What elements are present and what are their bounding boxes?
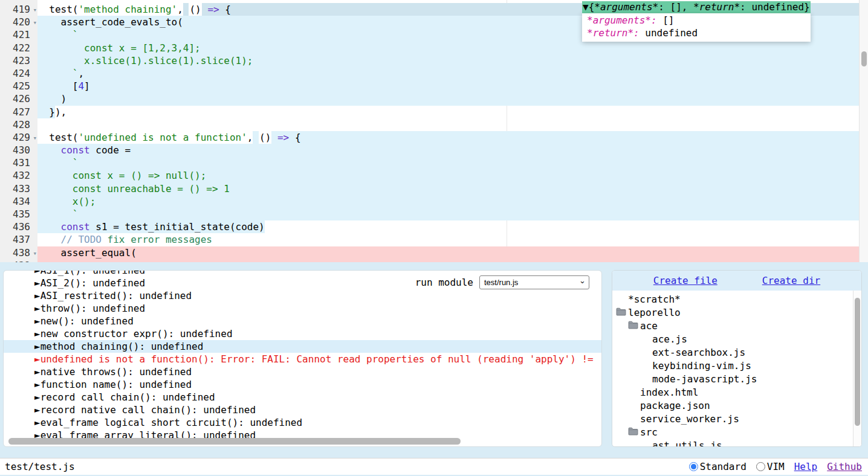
code-token: => <box>277 131 289 144</box>
scrollbar-thumb[interactable] <box>861 51 867 66</box>
tree-item[interactable]: index.html <box>612 386 861 399</box>
test-result-entry[interactable]: ►eval_frame logical short circuit(): und… <box>4 416 601 429</box>
code-token: test( <box>37 131 78 144</box>
gutter-line-number: 439 <box>13 259 30 262</box>
fold-toggle-icon[interactable]: ▾ <box>30 247 37 260</box>
tree-item[interactable]: service_worker.js <box>612 413 861 426</box>
code-line[interactable]: ` <box>37 208 868 220</box>
code-line[interactable]: x(); <box>37 195 868 208</box>
code-line[interactable]: `, <box>37 67 868 80</box>
fold-toggle-icon[interactable]: ▾ <box>30 16 37 29</box>
tree-item[interactable]: package.json <box>612 399 861 413</box>
code-line[interactable] <box>37 259 868 262</box>
code-line[interactable]: test('undefined is not a function', () =… <box>37 131 868 144</box>
tree-item-name: ext-searchbox.js <box>652 346 745 359</box>
call-site-marker[interactable]: () <box>259 131 271 144</box>
code-token: fix error messages <box>102 233 212 246</box>
gutter-line-number: 435 <box>13 208 30 220</box>
code-line[interactable]: x.slice(1).slice(1).slice(1); <box>37 54 868 67</box>
status-file-path: test/test.js <box>5 461 75 472</box>
gutter-line-number: 429 <box>13 131 30 144</box>
code-token: ` <box>73 156 79 169</box>
create-dir-link[interactable]: Create dir <box>762 275 820 286</box>
line-highlight: () => { <box>253 131 868 144</box>
code-token: { <box>219 3 231 16</box>
code-token: const unreachable = () => 1 <box>73 182 230 195</box>
code-token <box>37 42 84 54</box>
code-line[interactable]: }), <box>37 106 868 118</box>
run-module-label: run module <box>415 277 473 288</box>
tree-item[interactable]: *scratch* <box>612 293 861 306</box>
radio-button[interactable] <box>756 462 765 471</box>
call-site-marker[interactable]: () <box>189 3 201 16</box>
test-result-entry[interactable]: ►ASI_restrited(): undefined <box>4 289 601 302</box>
code-token: ] <box>84 80 90 92</box>
tooltip-row-label: *return*: <box>587 27 640 39</box>
tree-vertical-scrollbar[interactable] <box>853 291 861 446</box>
code-line[interactable]: ` <box>37 156 868 169</box>
test-result-entry[interactable]: ►method chaining(): undefined <box>4 340 601 353</box>
run-module-control: run module test/run.js ⌄ <box>415 275 589 289</box>
code-line[interactable]: const x = () => null(); <box>37 169 868 182</box>
test-result-entry[interactable]: ►new constructor expr(): undefined <box>4 327 601 340</box>
code-line[interactable]: [4] <box>37 80 868 92</box>
tree-item[interactable]: ast_utils.js <box>612 439 861 447</box>
gutter-line-number: 424 <box>13 67 30 80</box>
tree-item-name: index.html <box>640 386 698 399</box>
tree-item[interactable]: leporello <box>612 306 861 320</box>
create-file-link[interactable]: Create file <box>653 275 717 286</box>
code-line[interactable]: const s1 = test_initial_state(code) <box>37 220 868 233</box>
tree-item[interactable]: ace.js <box>612 333 861 346</box>
code-line[interactable]: assert_equal( <box>37 246 868 259</box>
scrollbar-thumb[interactable] <box>8 438 461 445</box>
code-token <box>37 182 73 195</box>
tree-item[interactable]: mode-javascript.js <box>612 373 861 386</box>
code-line[interactable]: const code = <box>37 144 868 156</box>
tree-item[interactable]: ace <box>612 320 861 333</box>
tooltip-header[interactable]: ▼{*arguments*: [], *return*: undefined} <box>582 1 811 13</box>
gutter-line-number: 427 <box>13 106 30 118</box>
code-line[interactable]: const unreachable = () => 1 <box>37 182 868 195</box>
test-result-entry[interactable]: ►throw(): undefined <box>4 302 601 315</box>
tooltip-header-text: : undefined} <box>740 1 810 13</box>
code-token: 'undefined is not a function' <box>78 131 247 144</box>
tree-item[interactable]: src <box>612 426 861 439</box>
code-token: , <box>247 131 253 144</box>
code-line[interactable]: ) <box>37 92 868 105</box>
scrollbar-thumb[interactable] <box>855 298 860 426</box>
gutter-line-number: 433 <box>13 182 30 195</box>
test-result-entry[interactable]: ►undefined is not a function(): Error: F… <box>4 353 601 365</box>
test-result-entry[interactable]: ►new(): undefined <box>4 315 601 327</box>
test-result-entry[interactable]: ►function name(): undefined <box>4 378 601 391</box>
tooltip-row-label: *arguments*: <box>587 14 657 26</box>
code-line[interactable]: const x = [1,2,3,4]; <box>37 42 868 54</box>
fold-toggle-icon[interactable]: ▾ <box>30 4 37 16</box>
code-token: test( <box>37 3 78 16</box>
file-tree: *scratch*leporelloaceace.jsext-searchbox… <box>612 291 861 447</box>
keybinding-radio-standard[interactable]: Standard <box>689 461 747 472</box>
radio-button[interactable] <box>689 462 698 471</box>
code-line[interactable]: // TODO fix error messages <box>37 233 868 246</box>
keybinding-radio-vim[interactable]: VIM <box>756 461 785 472</box>
tree-item[interactable]: keybinding-vim.js <box>612 359 861 373</box>
code-line[interactable] <box>37 118 868 131</box>
editor-vertical-scrollbar[interactable] <box>859 0 868 262</box>
code-editor[interactable]: 419▾420▾421422423424425426427428429▾4304… <box>0 0 868 262</box>
folder-icon <box>616 306 626 320</box>
results-horizontal-scrollbar[interactable] <box>4 437 601 445</box>
test-result-entry[interactable]: ►native throws(): undefined <box>4 365 601 378</box>
tooltip-row[interactable]: *return*: undefined <box>582 27 811 39</box>
fold-toggle-icon[interactable]: ▾ <box>30 132 37 144</box>
help-link[interactable]: Help <box>794 461 818 472</box>
code-token <box>37 67 73 80</box>
gutter-line-number: 436 <box>13 220 30 233</box>
tooltip-row[interactable]: *arguments*: [] <box>582 14 811 27</box>
code-token: const <box>61 220 90 233</box>
github-link[interactable]: Github <box>827 461 862 472</box>
code-token <box>37 156 73 169</box>
test-result-entry[interactable]: ►record native call chain(): undefined <box>4 404 601 416</box>
gutter-line-number: 434 <box>13 195 30 208</box>
run-module-select[interactable]: test/run.js <box>479 275 589 289</box>
tree-item[interactable]: ext-searchbox.js <box>612 346 861 359</box>
test-result-entry[interactable]: ►record call chain(): undefined <box>4 391 601 404</box>
